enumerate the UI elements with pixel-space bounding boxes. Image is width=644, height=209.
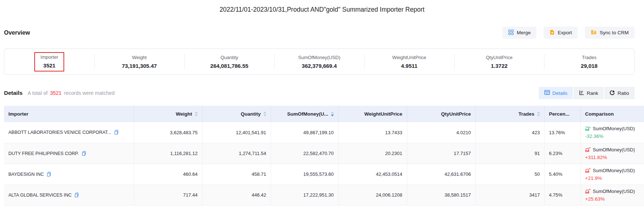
sort-carets[interactable] <box>195 112 198 116</box>
copy-icon[interactable] <box>114 130 119 135</box>
details-heading: Details <box>4 90 23 96</box>
stat-label: Weight <box>95 55 185 60</box>
copy-icon[interactable] <box>82 151 86 156</box>
comparison-cell: SumOfMoney(USD) -32.36% <box>585 125 640 140</box>
view-switcher: Details Rank Ratio <box>539 87 635 99</box>
match-summary: A total of3521records were matched <box>28 90 115 96</box>
tab-details[interactable]: Details <box>539 87 573 99</box>
sort-carets[interactable] <box>537 112 540 116</box>
trend-icon <box>585 126 591 131</box>
weight-unit-price-cell: 13.7433 <box>338 122 407 143</box>
col-header-trades[interactable]: Trades <box>475 106 544 122</box>
tab-ratio[interactable]: Ratio <box>604 87 635 99</box>
export-label: Export <box>558 30 572 35</box>
export-button[interactable]: Export <box>544 27 578 39</box>
weight-cell: 1,116,281.12 <box>134 143 202 164</box>
col-header-weight[interactable]: Weight <box>134 106 202 122</box>
percent-cell: 4.75% <box>544 185 581 205</box>
percent-cell: 5.40% <box>544 164 581 185</box>
stat-value: 362,379,669.4 <box>274 63 365 69</box>
importer-name: ABBOTT LABORATORIES VENICE CORPORAT... <box>8 130 111 135</box>
sum-of-money-cell: 49,867,199.10 <box>271 122 338 143</box>
stat-qty-unit-price: QtyUnitPrice 1.3722 <box>454 53 544 70</box>
comparison-cell: SumOfMoney(USD) +311.82% <box>585 146 640 161</box>
copy-icon[interactable] <box>74 193 79 198</box>
folder-sync-icon <box>591 30 597 36</box>
qty-unit-price-cell: 4.0210 <box>407 122 475 143</box>
col-header-percent: Percen... <box>544 106 581 122</box>
tab-details-label: Details <box>552 90 567 96</box>
col-header-sum-of-money[interactable]: SumOfMoney(U... <box>271 106 338 122</box>
quantity-cell: 12,401,541.91 <box>202 122 271 143</box>
stat-value: 1.3722 <box>454 63 544 69</box>
percent-cell: 13.76% <box>544 122 581 143</box>
comparison-change: -32.36% <box>585 133 640 140</box>
comparison-change: +25.63% <box>585 196 640 202</box>
stat-label: SumOfMoney(USD) <box>274 55 365 60</box>
trades-cell: 3417 <box>475 185 544 205</box>
stat-value: 29,018 <box>544 63 634 69</box>
importer-table: Importer Weight Quantity SumOfMoney(U...… <box>4 106 644 206</box>
weight-unit-price-cell: 42,453.0514 <box>338 164 407 185</box>
sort-carets-active-desc[interactable] <box>331 112 334 116</box>
stat-value: 73,191,305.47 <box>95 63 185 69</box>
weight-cell: 717.44 <box>134 185 202 205</box>
copy-icon[interactable] <box>47 172 51 177</box>
trades-cell: 423 <box>475 122 544 143</box>
trend-icon <box>585 189 591 194</box>
quantity-cell: 458.71 <box>202 164 271 185</box>
stat-weight-unit-price: WeightUnitPrice 4.9511 <box>364 53 454 70</box>
stat-label: Importer <box>41 54 58 60</box>
table-row: ALTA GLOBAL SERVICES INC 717.44 446.42 1… <box>4 185 644 205</box>
sync-to-crm-button[interactable]: Sync to CRM <box>585 27 635 39</box>
merge-icon <box>508 30 514 36</box>
importer-name: ALTA GLOBAL SERVICES INC <box>8 193 72 198</box>
overview-heading: Overview <box>4 30 30 36</box>
sync-to-crm-label: Sync to CRM <box>599 30 629 35</box>
pie-chart-icon <box>610 90 615 96</box>
stat-label: QtyUnitPrice <box>454 55 544 60</box>
rank-chart-icon <box>579 90 584 96</box>
details-bar: Details A total of3521records were match… <box>4 87 635 99</box>
trades-cell: 50 <box>475 164 544 185</box>
comparison-metric: SumOfMoney(USD) <box>593 146 635 153</box>
col-header-comparison: Comparison <box>581 106 644 122</box>
merge-label: Merge <box>517 30 531 35</box>
stat-weight: Weight 73,191,305.47 <box>95 53 185 70</box>
match-suffix: records were matched <box>64 90 115 96</box>
comparison-metric: SumOfMoney(USD) <box>593 188 635 195</box>
quantity-cell: 446.42 <box>202 185 271 205</box>
weight-cell: 460.64 <box>134 164 202 185</box>
match-count: 3521 <box>47 90 64 96</box>
tab-ratio-label: Ratio <box>617 90 629 96</box>
col-header-quantity[interactable]: Quantity <box>202 106 271 122</box>
sort-carets[interactable] <box>263 112 266 116</box>
importer-name: DUTY FREE PHILIPPINES CORP. <box>8 151 79 156</box>
comparison-change: +21.9% <box>585 175 640 182</box>
weight-unit-price-cell: 24,006.1208 <box>338 185 407 205</box>
export-icon <box>549 30 555 36</box>
trend-icon <box>585 168 591 173</box>
table-row: DUTY FREE PHILIPPINES CORP. 1,116,281.12… <box>4 143 644 164</box>
stat-trades: Trades 29,018 <box>544 53 634 70</box>
tab-rank[interactable]: Rank <box>574 87 604 99</box>
qty-unit-price-cell: 38,580.1517 <box>407 185 475 205</box>
comparison-metric: SumOfMoney(USD) <box>593 125 635 132</box>
trend-icon <box>585 147 591 152</box>
comparison-cell: SumOfMoney(USD) +25.63% <box>585 188 640 202</box>
quantity-cell: 1,274,711.54 <box>202 143 271 164</box>
tab-rank-label: Rank <box>587 90 598 96</box>
stat-quantity: Quantity 264,081,786.55 <box>184 53 274 70</box>
stat-sum-of-money: SumOfMoney(USD) 362,379,669.4 <box>274 53 365 70</box>
importer-stat-highlight: Importer 3521 <box>34 52 64 71</box>
col-header-weight-unit-price: WeightUnitPrice <box>338 106 407 122</box>
stat-value: 264,081,786.55 <box>184 63 274 69</box>
comparison-cell: SumOfMoney(USD) +21.9% <box>585 167 640 182</box>
qty-unit-price-cell: 17.7157 <box>407 143 475 164</box>
comparison-metric: SumOfMoney(USD) <box>593 167 635 174</box>
merge-button[interactable]: Merge <box>502 27 536 39</box>
importer-name: BAYDESIGN INC <box>8 172 44 177</box>
table-header-row: Importer Weight Quantity SumOfMoney(U...… <box>4 106 644 122</box>
stat-importer: Importer 3521 <box>4 51 95 73</box>
trades-cell: 91 <box>475 143 544 164</box>
